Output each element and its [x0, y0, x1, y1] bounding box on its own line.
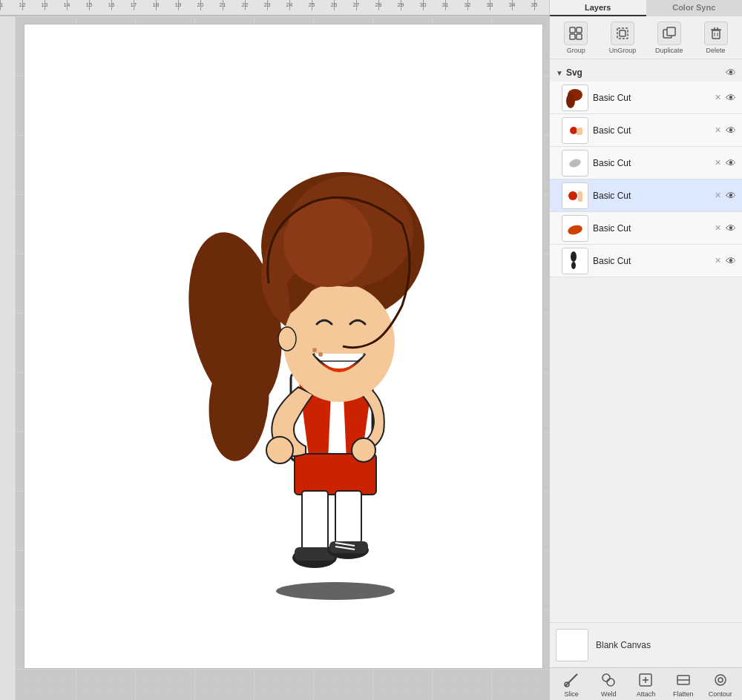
svg-group-label: Svg	[566, 67, 723, 78]
svg-rect-41	[577, 128, 582, 135]
svg-point-19	[312, 348, 317, 352]
layer-thumb-2	[562, 117, 588, 144]
layer-name-1: Basic Cut	[593, 93, 709, 103]
layer-item[interactable]: Basic Cut ✕ 👁	[550, 179, 742, 212]
layer-eye-4[interactable]: 👁	[726, 190, 736, 202]
flatten-icon	[674, 671, 692, 689]
svg-point-47	[571, 262, 576, 269]
flatten-button[interactable]: Flatten	[667, 671, 700, 698]
svg-rect-31	[667, 27, 675, 36]
layer-item[interactable]: Basic Cut ✕ 👁	[550, 82, 742, 114]
svg-group-row[interactable]: ▼ Svg 👁	[550, 64, 742, 82]
svg-point-51	[607, 678, 614, 686]
duplicate-button[interactable]: Duplicate	[650, 22, 689, 54]
layer-name-6: Basic Cut	[593, 256, 709, 266]
svg-point-50	[603, 674, 610, 681]
layer-thumb-6	[562, 248, 588, 274]
contour-icon	[712, 671, 729, 689]
svg-point-23	[278, 327, 296, 351]
svg-point-57	[715, 675, 726, 685]
layer-tree: ▼ Svg 👁 Basic Cut ✕ 👁	[550, 59, 742, 622]
expand-triangle: ▼	[556, 69, 563, 77]
attach-button[interactable]: Attach	[629, 671, 662, 698]
layer-item[interactable]: Basic Cut ✕ 👁	[550, 114, 742, 147]
svg-rect-44	[578, 191, 582, 202]
svg-rect-26	[570, 34, 575, 39]
layer-eye-2[interactable]: 👁	[726, 125, 736, 136]
svg-rect-27	[577, 34, 582, 39]
layer-name-5: Basic Cut	[593, 223, 709, 234]
layer-close-3[interactable]: ✕	[715, 158, 721, 168]
contour-label: Contour	[709, 690, 732, 698]
svg-point-39	[566, 93, 575, 108]
blank-canvas-thumb	[556, 629, 588, 661]
layer-eye-6[interactable]: 👁	[726, 255, 736, 267]
svg-group-eye[interactable]: 👁	[726, 67, 736, 79]
ungroup-label: UnGroup	[609, 47, 637, 54]
layer-item[interactable]: Basic Cut ✕ 👁	[550, 147, 742, 179]
layer-eye-1[interactable]: 👁	[726, 92, 736, 104]
canvas-viewport[interactable]	[16, 16, 549, 700]
svg-point-45	[567, 223, 583, 236]
svg-point-43	[568, 191, 577, 200]
delete-icon	[704, 22, 728, 45]
ungroup-button[interactable]: UnGroup	[603, 22, 642, 54]
layer-thumb-1	[562, 85, 588, 111]
contour-button[interactable]: Contour	[704, 671, 737, 698]
svg-line-48	[565, 674, 577, 686]
right-panel: Layers Color Sync Group	[549, 0, 742, 700]
flatten-label: Flatten	[673, 690, 694, 698]
layer-name-3: Basic Cut	[593, 158, 709, 168]
character-svg	[120, 76, 476, 610]
duplicate-icon	[657, 22, 681, 45]
layer-eye-5[interactable]: 👁	[726, 222, 736, 234]
layer-thumb-5	[562, 215, 588, 242]
layer-close-5[interactable]: ✕	[715, 223, 721, 233]
layer-thumb-3	[562, 150, 588, 176]
svg-point-42	[568, 157, 582, 168]
layer-item[interactable]: Basic Cut ✕ 👁	[550, 212, 742, 245]
blank-canvas-label: Blank Canvas	[596, 640, 651, 650]
layer-name-4: Basic Cut	[593, 191, 709, 201]
svg-point-40	[570, 127, 577, 134]
layer-close-2[interactable]: ✕	[715, 125, 721, 135]
panel-toolbar: Group UnGroup Duplicate	[550, 16, 742, 59]
layer-eye-3[interactable]: 👁	[726, 157, 736, 169]
slice-label: Slice	[564, 690, 579, 698]
svg-rect-13	[329, 541, 368, 553]
weld-label: Weld	[601, 690, 616, 698]
attach-label: Attach	[637, 690, 656, 698]
svg-point-20	[318, 352, 323, 357]
layer-thumb-4	[562, 182, 588, 209]
weld-button[interactable]: Weld	[592, 671, 625, 698]
layer-close-1[interactable]: ✕	[715, 93, 721, 102]
svg-rect-28	[617, 28, 628, 39]
layer-close-6[interactable]: ✕	[715, 256, 721, 265]
slice-button[interactable]: Slice	[555, 671, 588, 698]
svg-rect-8	[302, 491, 328, 550]
slice-icon	[562, 671, 580, 689]
panel-tabs: Layers Color Sync	[550, 0, 742, 16]
delete-button[interactable]: Delete	[697, 22, 735, 54]
layer-close-4[interactable]: ✕	[715, 191, 721, 200]
ungroup-icon	[611, 22, 634, 45]
group-label: Group	[567, 47, 585, 54]
attach-icon	[637, 671, 654, 689]
duplicate-label: Duplicate	[655, 47, 683, 54]
group-button[interactable]: Group	[556, 22, 595, 54]
svg-rect-29	[620, 30, 626, 36]
layer-item[interactable]: Basic Cut ✕ 👁	[550, 245, 742, 277]
delete-label: Delete	[706, 47, 726, 54]
svg-rect-9	[335, 491, 361, 543]
tab-layers[interactable]: Layers	[550, 0, 646, 16]
bottom-toolbar: Slice Weld	[550, 667, 742, 700]
svg-point-46	[571, 251, 577, 262]
blank-canvas-row[interactable]: Blank Canvas	[550, 622, 742, 667]
weld-icon	[600, 671, 617, 689]
svg-point-17	[352, 438, 375, 462]
character-container	[61, 53, 536, 632]
svg-point-0	[276, 582, 395, 600]
group-icon	[564, 22, 588, 45]
tab-color-sync[interactable]: Color Sync	[646, 0, 743, 16]
svg-rect-32	[712, 30, 720, 39]
